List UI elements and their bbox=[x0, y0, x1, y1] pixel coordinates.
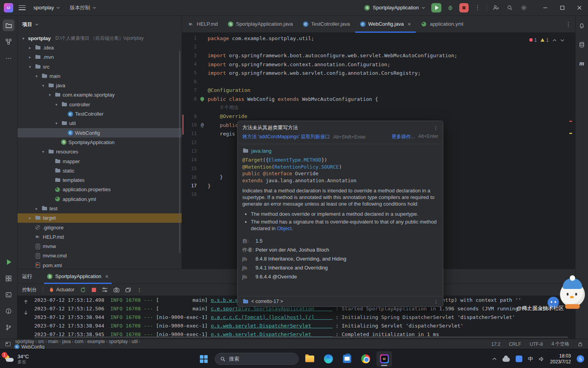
tree-chevron-icon[interactable]: ▾ bbox=[21, 36, 26, 40]
volume-icon[interactable] bbox=[539, 357, 544, 361]
run-configuration-selector[interactable]: S SportplayApplication bbox=[362, 3, 427, 12]
breadcrumb-item[interactable]: main bbox=[47, 339, 59, 344]
notification-count-badge[interactable]: 5 bbox=[577, 355, 584, 363]
start-button[interactable] bbox=[196, 351, 212, 367]
quick-fix-link[interactable]: 将方法 'addCorsMappings' 提取到新接口 bbox=[242, 134, 330, 140]
messaging-app-icon[interactable] bbox=[516, 356, 522, 362]
tree-item-pom-xml[interactable]: mpom.xml bbox=[18, 261, 182, 269]
run-tab-sportplayapplication[interactable]: S SportplayApplication × bbox=[44, 269, 112, 284]
doc-link[interactable]: Object bbox=[277, 225, 292, 231]
tree-chevron-icon[interactable]: ▾ bbox=[27, 65, 33, 69]
tree-item-util[interactable]: ▾util bbox=[18, 119, 182, 128]
weather-widget[interactable]: 1 34°C 多云 bbox=[4, 349, 29, 368]
tree-item-application-properties[interactable]: application.properties bbox=[18, 185, 182, 194]
console-h-scrollbar[interactable] bbox=[34, 336, 568, 338]
tree-item-application-yml[interactable]: application.yml bbox=[18, 194, 182, 204]
more-run-actions-button[interactable]: ⋮ bbox=[472, 3, 483, 12]
project-panel-header[interactable]: 项目 bbox=[18, 16, 182, 33]
run-button[interactable] bbox=[431, 3, 441, 12]
tree-item-gitignore[interactable]: .gitignore bbox=[18, 223, 182, 232]
tree-scrollbar[interactable] bbox=[179, 51, 180, 253]
tree-chevron-icon[interactable]: ▾ bbox=[40, 83, 46, 88]
version-control-tool-button[interactable] bbox=[3, 322, 14, 333]
more-console-options-button[interactable]: ⋮ bbox=[137, 287, 142, 293]
taskbar-search-input[interactable]: 搜索 bbox=[215, 353, 299, 365]
breadcrumb-item[interactable]: com bbox=[74, 339, 84, 344]
prev-problem-icon[interactable] bbox=[553, 39, 556, 42]
scroll-down-icon[interactable] bbox=[23, 310, 28, 315]
tree-chevron-icon[interactable]: ▾ bbox=[54, 102, 59, 107]
tree-item-src[interactable]: ▾src bbox=[18, 62, 182, 71]
console-settings-button[interactable] bbox=[102, 287, 108, 292]
taskbar-clock[interactable]: 18:03 2023/7/12 bbox=[550, 353, 571, 365]
more-tool-windows-button[interactable]: ⋯ bbox=[3, 52, 14, 64]
maven-tool-button[interactable]: m bbox=[576, 58, 588, 69]
error-stripe-mark[interactable] bbox=[569, 121, 572, 122]
editor-tab-testcotroller-java[interactable]: CTestCotroller.java bbox=[298, 16, 355, 32]
maximize-button[interactable] bbox=[554, 0, 571, 16]
logger-link[interactable]: o.a.c.c.C.[Tomcat].[localhost].[/] bbox=[211, 314, 332, 320]
tree-chevron-icon[interactable]: ▸ bbox=[27, 216, 33, 220]
project-tool-button[interactable] bbox=[3, 19, 14, 31]
ime-indicator[interactable]: 中 bbox=[528, 356, 533, 363]
tree-chevron-icon[interactable]: ▾ bbox=[40, 150, 46, 154]
run-tool-button[interactable] bbox=[3, 256, 14, 268]
structure-tool-button[interactable] bbox=[3, 36, 14, 48]
tree-item-mvnw-cmd[interactable]: mvnw.cmd bbox=[18, 251, 182, 261]
stop-console-button[interactable] bbox=[92, 288, 96, 292]
thread-dump-button[interactable] bbox=[114, 287, 119, 292]
tree-chevron-icon[interactable]: ▸ bbox=[27, 46, 33, 50]
tree-item-main[interactable]: ▾main bbox=[18, 71, 182, 81]
tree-item-mvnw[interactable]: mvnw bbox=[18, 242, 182, 251]
breadcrumb-item[interactable]: java bbox=[61, 339, 72, 344]
tree-item-mapper[interactable]: mapper bbox=[18, 157, 182, 166]
tree-item-idea[interactable]: ▸.idea bbox=[18, 43, 182, 52]
tree-item-sportplay[interactable]: ▾sportplayD:\个人健康项目 （前后端分离）\sportplay bbox=[18, 33, 182, 43]
line-separator[interactable]: CRLF bbox=[509, 342, 521, 347]
tree-chevron-icon[interactable]: ▾ bbox=[34, 74, 39, 78]
tree-item-com-example-sportplay[interactable]: ▾com.example.sportplay bbox=[18, 90, 182, 100]
override-gutter-icon[interactable]: @ bbox=[201, 122, 203, 128]
editor-tab-application-yml[interactable]: application.yml bbox=[416, 16, 468, 32]
settings-button[interactable] bbox=[519, 3, 529, 12]
file-explorer-button[interactable] bbox=[302, 351, 317, 367]
tree-item-java[interactable]: ▾java bbox=[18, 81, 182, 90]
tree-chevron-icon[interactable]: ▾ bbox=[54, 121, 59, 125]
breadcrumb-item[interactable]: example bbox=[86, 339, 105, 344]
minimize-button[interactable] bbox=[537, 0, 554, 16]
tree-item-static[interactable]: static bbox=[18, 166, 182, 175]
tree-item-templates[interactable]: templates bbox=[18, 175, 182, 185]
caret-position[interactable]: 17:2 bbox=[491, 342, 500, 347]
services-tool-button[interactable] bbox=[3, 273, 14, 284]
editor-tab-help-md[interactable]: M↓HELP.md bbox=[183, 16, 223, 32]
readonly-lock-icon[interactable] bbox=[578, 342, 583, 347]
tab-options-button[interactable]: ⋮ bbox=[565, 16, 571, 33]
debug-button[interactable] bbox=[445, 3, 455, 12]
close-icon[interactable]: × bbox=[105, 273, 108, 280]
more-actions-link[interactable]: 更多操作... bbox=[392, 134, 415, 140]
console-view-selector[interactable]: 控制台 bbox=[22, 287, 37, 293]
popup-more-button[interactable]: ⋮ bbox=[433, 125, 438, 131]
tab-close-icon[interactable]: × bbox=[408, 21, 411, 27]
breadcrumb-item[interactable]: sportplay bbox=[108, 339, 129, 344]
tree-chevron-icon[interactable]: ▾ bbox=[47, 93, 52, 97]
notifications-button[interactable] bbox=[576, 20, 588, 32]
terminal-tool-button[interactable] bbox=[3, 289, 14, 301]
usages-inlay-hint[interactable]: 0 个用法 bbox=[208, 104, 238, 111]
editor-tab-webconfig-java[interactable]: CWebConfig.java× bbox=[355, 16, 416, 32]
edge-button[interactable] bbox=[320, 351, 336, 367]
layout-settings-button[interactable] bbox=[125, 287, 131, 292]
next-problem-icon[interactable] bbox=[560, 39, 564, 42]
problems-tool-button[interactable] bbox=[3, 305, 14, 317]
tree-item-sportplayapplication[interactable]: SSportplayApplication bbox=[18, 137, 182, 147]
scroll-up-icon[interactable] bbox=[23, 299, 28, 305]
vcs-selector[interactable]: 版本控制 bbox=[68, 3, 98, 13]
tree-item-mvn[interactable]: ▸.mvn bbox=[18, 53, 182, 62]
actuator-tab[interactable]: Actuator bbox=[49, 287, 75, 292]
editor-tab-sportplayapplication-java[interactable]: SSportplayApplication.java bbox=[223, 16, 298, 32]
tree-item-target[interactable]: ▸target bbox=[18, 213, 182, 223]
breadcrumb-item[interactable]: src bbox=[37, 339, 45, 344]
inspections-widget[interactable]: 1 1 bbox=[529, 37, 564, 43]
intellij-taskbar-button[interactable]: IJ bbox=[376, 351, 392, 367]
tree-item-controller[interactable]: ▾controller bbox=[18, 100, 182, 109]
